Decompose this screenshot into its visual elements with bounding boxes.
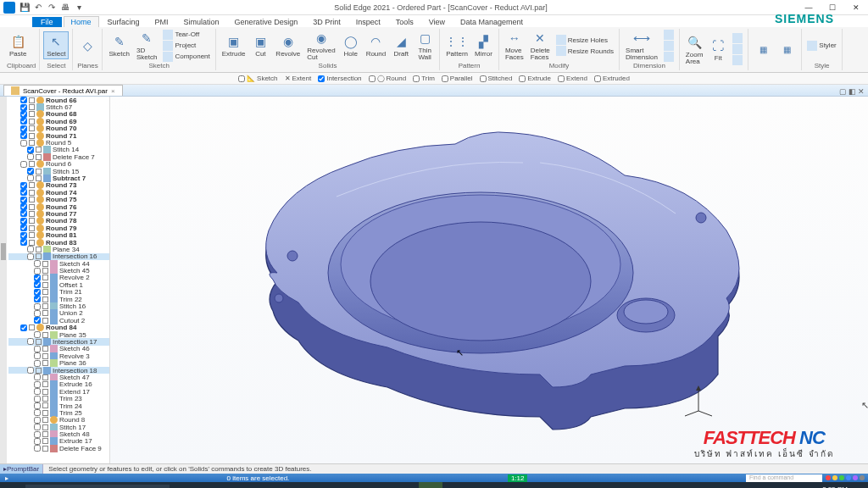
tree-expand-icon[interactable] — [42, 261, 48, 267]
tree-expand-icon[interactable] — [29, 182, 35, 188]
tree-expand-icon[interactable] — [36, 169, 42, 175]
tab-tools[interactable]: Tools — [389, 17, 420, 27]
tree-checkbox[interactable] — [34, 381, 41, 388]
st-extend[interactable]: Extend — [558, 75, 587, 82]
tree-checkbox[interactable] — [34, 352, 41, 359]
tree-expand-icon[interactable] — [42, 274, 48, 280]
tree-checkbox[interactable] — [34, 274, 41, 281]
movefaces-button[interactable]: ↔Move Faces — [503, 29, 526, 62]
tree-checkbox[interactable] — [34, 445, 41, 452]
qat-redo-icon[interactable]: ↷ — [46, 2, 58, 14]
tree-expand-icon[interactable] — [29, 161, 35, 167]
tree-checkbox[interactable] — [34, 346, 41, 352]
tree-expand-icon[interactable] — [42, 446, 48, 452]
task-store-icon[interactable]: 🛍 — [296, 482, 320, 488]
tree-checkbox[interactable] — [20, 324, 27, 331]
st-intersection[interactable]: Intersection — [318, 75, 361, 82]
tree-expand-icon[interactable] — [29, 125, 35, 131]
task-chrome-icon[interactable]: ◉ — [370, 482, 393, 488]
tree-expand-icon[interactable] — [42, 346, 48, 352]
tree-expand-icon[interactable] — [42, 353, 48, 359]
thin-button[interactable]: ▢Thin Wall — [414, 29, 436, 62]
misc-2[interactable]: ▦ — [776, 42, 798, 56]
tree-node[interactable]: Delete Face 9 — [8, 445, 109, 452]
tree-expand-icon[interactable] — [42, 332, 48, 338]
tree-expand-icon[interactable] — [29, 111, 35, 117]
resize-rounds-button[interactable]: Resize Rounds — [554, 46, 615, 56]
tree-expand-icon[interactable] — [29, 97, 35, 103]
tree-expand-icon[interactable] — [36, 175, 42, 181]
st-sketch[interactable]: 📐Sketch — [238, 75, 277, 82]
tree-expand-icon[interactable] — [29, 190, 35, 196]
tree-checkbox[interactable] — [20, 97, 27, 103]
tree-expand-icon[interactable] — [29, 204, 35, 210]
tree-checkbox[interactable] — [34, 396, 41, 402]
round-button[interactable]: ◠Round — [364, 32, 389, 58]
doctab-close-icon[interactable]: × — [111, 87, 115, 95]
tree-checkbox[interactable] — [20, 182, 27, 189]
tree-checkbox[interactable] — [20, 239, 27, 246]
tree-checkbox[interactable] — [34, 417, 41, 424]
tree-expand-icon[interactable] — [36, 253, 42, 259]
tree-checkbox[interactable] — [20, 203, 27, 210]
tree-expand-icon[interactable] — [42, 389, 48, 395]
tab-surfacing[interactable]: Surfacing — [101, 17, 147, 27]
tree-checkbox[interactable] — [34, 424, 41, 430]
tree-checkbox[interactable] — [27, 168, 34, 175]
pattern-button[interactable]: ⋮⋮Pattern — [443, 32, 470, 58]
tree-checkbox[interactable] — [34, 260, 41, 267]
docview-icon[interactable]: ▢ — [839, 87, 847, 96]
planes-button[interactable]: ◇ — [76, 36, 98, 55]
tree-expand-icon[interactable] — [42, 318, 48, 324]
tree-expand-icon[interactable] — [36, 247, 42, 252]
tree-checkbox[interactable] — [27, 175, 34, 181]
sketch-button[interactable]: ✎Sketch — [106, 32, 131, 58]
tree-checkbox[interactable] — [20, 225, 27, 231]
select-button[interactable]: ↖Select — [43, 31, 69, 59]
start-button[interactable] — [0, 482, 24, 488]
task-app1-icon[interactable]: ▦ — [320, 482, 344, 488]
tree-expand-icon[interactable] — [36, 147, 42, 152]
tree-checkbox[interactable] — [34, 310, 41, 317]
tree-expand-icon[interactable] — [42, 402, 48, 408]
project-button[interactable]: Project — [161, 41, 211, 51]
status-indicator[interactable]: 1:12 — [508, 474, 528, 482]
view-triad-icon[interactable] — [682, 384, 715, 418]
tree-checkbox[interactable] — [34, 289, 41, 296]
tree-checkbox[interactable] — [27, 153, 34, 160]
hole-button[interactable]: ◯Hole — [340, 32, 362, 58]
docview-icon-2[interactable]: ◧ — [849, 87, 856, 96]
tree-expand-icon[interactable] — [42, 360, 48, 366]
tree-expand-icon[interactable] — [42, 289, 48, 295]
tree-checkbox[interactable] — [34, 388, 41, 395]
tree-checkbox[interactable] — [20, 118, 27, 125]
tree-checkbox[interactable] — [27, 253, 34, 260]
tab-simulation[interactable]: Simulation — [177, 17, 226, 27]
tearoff-button[interactable]: Tear-Off — [161, 30, 211, 40]
revolve-button[interactable]: ◉Revolve — [273, 32, 303, 58]
tree-checkbox[interactable] — [34, 374, 41, 380]
st-extent[interactable]: ✕Extent — [285, 75, 312, 82]
sketch3d-button[interactable]: ✎3D Sketch — [134, 29, 159, 62]
tree-checkbox[interactable] — [34, 360, 41, 367]
deletefaces-button[interactable]: ✕Delete Faces — [528, 29, 553, 62]
component-button[interactable]: Component — [161, 52, 211, 62]
tree-checkbox[interactable] — [34, 303, 41, 310]
tree-expand-icon[interactable] — [29, 104, 35, 110]
task-taskview-icon[interactable]: ▭ — [198, 482, 221, 488]
tree-checkbox[interactable] — [34, 431, 41, 438]
extrude-button[interactable]: ▣Extrude — [220, 32, 248, 58]
tree-checkbox[interactable] — [20, 111, 27, 118]
tree-checkbox[interactable] — [20, 197, 27, 203]
tree-checkbox[interactable] — [20, 132, 27, 139]
draft-button[interactable]: ◢Draft — [390, 32, 412, 58]
task-vlc-icon[interactable]: △ — [394, 482, 418, 488]
tab-inspect[interactable]: Inspect — [349, 17, 387, 27]
fit-button[interactable]: ⛶Fit — [707, 36, 729, 63]
qat-print-icon[interactable]: 🖶 — [59, 2, 71, 14]
tree-checkbox[interactable] — [20, 161, 27, 168]
tree-scrollbar[interactable] — [0, 97, 7, 463]
tree-expand-icon[interactable] — [36, 368, 42, 374]
misc-1[interactable]: ▦ — [752, 42, 774, 56]
tree-checkbox[interactable] — [27, 246, 34, 252]
